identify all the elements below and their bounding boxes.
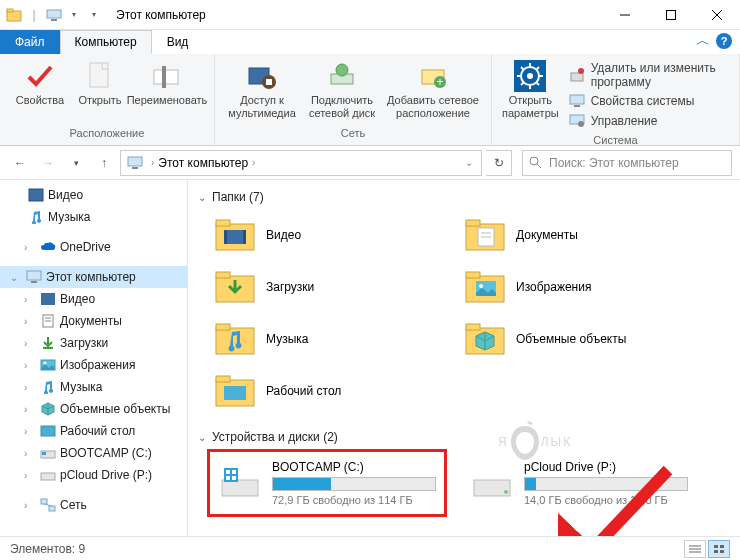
chevron-right-icon[interactable]: › xyxy=(151,157,154,168)
open-button[interactable]: Открыть xyxy=(74,58,126,125)
recent-dropdown-icon[interactable]: ▾ xyxy=(64,151,88,175)
image-icon xyxy=(40,357,56,373)
content-pane: ⌄Папки (7) Видео Документы Загрузки Изоб… xyxy=(188,180,740,540)
svg-rect-10 xyxy=(162,66,166,88)
folder-music[interactable]: Музыка xyxy=(212,316,452,362)
chevron-right-icon[interactable]: › xyxy=(24,470,36,481)
chevron-right-icon[interactable]: › xyxy=(24,360,36,371)
up-button[interactable]: ↑ xyxy=(92,151,116,175)
svg-rect-13 xyxy=(266,79,272,85)
collapse-ribbon-icon[interactable]: ︿ xyxy=(696,32,710,50)
drive-bootcamp[interactable]: BOOTCAMP (C:) 72,9 ГБ свободно из 114 ГБ xyxy=(212,454,442,512)
sidebar-item-network[interactable]: ›Сеть xyxy=(0,494,187,516)
chevron-right-icon[interactable]: › xyxy=(24,382,36,393)
chevron-right-icon[interactable]: › xyxy=(252,157,255,168)
system-properties-button[interactable]: Свойства системы xyxy=(567,92,727,110)
drive-icon xyxy=(218,460,262,504)
tab-file[interactable]: Файл xyxy=(0,30,60,54)
sidebar-item-music[interactable]: Музыка xyxy=(0,206,187,228)
chevron-right-icon[interactable]: › xyxy=(24,500,36,511)
search-input[interactable]: Поиск: Этот компьютер xyxy=(522,150,732,176)
network-location-icon: + xyxy=(417,60,449,92)
add-network-button[interactable]: + Добавить сетевое расположение xyxy=(383,58,483,125)
svg-rect-79 xyxy=(216,376,230,382)
folder-3d[interactable]: Объемные объекты xyxy=(462,316,702,362)
svg-point-88 xyxy=(504,490,508,494)
drive-status: 14,0 ГБ свободно из 15,0 ГБ xyxy=(524,494,688,506)
sidebar-item-pc-downloads[interactable]: ›Загрузки xyxy=(0,332,187,354)
folder-desktop-icon xyxy=(214,370,256,412)
tab-view[interactable]: Вид xyxy=(152,30,204,54)
address-bar[interactable]: › Этот компьютер › ⌄ xyxy=(120,150,482,176)
folder-documents[interactable]: Документы xyxy=(462,212,702,258)
sidebar-item-onedrive[interactable]: ›OneDrive xyxy=(0,236,187,258)
svg-rect-1 xyxy=(7,9,13,12)
sidebar-item-pc-music[interactable]: ›Музыка xyxy=(0,376,187,398)
maximize-button[interactable] xyxy=(648,0,694,30)
breadcrumb[interactable]: Этот компьютер xyxy=(158,156,248,170)
view-details-button[interactable] xyxy=(684,540,706,558)
computer-icon[interactable] xyxy=(46,7,62,23)
svg-rect-64 xyxy=(466,220,480,226)
uninstall-button[interactable]: Удалить или изменить программу xyxy=(567,60,727,90)
window-title: Этот компьютер xyxy=(116,8,206,22)
tab-computer[interactable]: Компьютер xyxy=(60,30,152,54)
folder-images[interactable]: Изображения xyxy=(462,264,702,310)
rename-button[interactable]: Переименовать xyxy=(128,58,206,125)
svg-line-57 xyxy=(44,504,52,506)
back-button[interactable]: ← xyxy=(8,151,32,175)
qat-dropdown-icon[interactable]: ▾ xyxy=(66,7,82,23)
open-settings-button[interactable]: Открыть параметры xyxy=(500,58,561,132)
chevron-right-icon[interactable]: › xyxy=(24,338,36,349)
forward-button[interactable]: → xyxy=(36,151,60,175)
svg-rect-43 xyxy=(31,281,37,283)
sidebar-item-pc-images[interactable]: ›Изображения xyxy=(0,354,187,376)
svg-rect-80 xyxy=(224,386,246,400)
chevron-right-icon[interactable]: › xyxy=(24,294,36,305)
drive-pcloud[interactable]: pCloud Drive (P:) 14,0 ГБ свободно из 15… xyxy=(464,454,694,512)
svg-rect-59 xyxy=(216,220,230,226)
sidebar-item-pc-desktop[interactable]: ›Рабочий стол xyxy=(0,420,187,442)
drive-status: 72,9 ГБ свободно из 114 ГБ xyxy=(272,494,436,506)
chevron-down-icon[interactable]: ⌄ xyxy=(10,272,22,283)
view-icons-button[interactable] xyxy=(708,540,730,558)
chevron-right-icon[interactable]: › xyxy=(24,426,36,437)
search-placeholder: Поиск: Этот компьютер xyxy=(549,156,679,170)
refresh-button[interactable]: ↻ xyxy=(486,150,512,176)
sidebar-item-bootcamp[interactable]: ›BOOTCAMP (C:) xyxy=(0,442,187,464)
close-button[interactable] xyxy=(694,0,740,30)
sidebar-item-this-pc[interactable]: ⌄Этот компьютер xyxy=(0,266,187,288)
chevron-right-icon[interactable]: › xyxy=(24,404,36,415)
manage-icon xyxy=(569,113,585,129)
folder-downloads[interactable]: Загрузки xyxy=(212,264,452,310)
sidebar-item-pc-3d[interactable]: ›Объемные объекты xyxy=(0,398,187,420)
manage-button[interactable]: Управление xyxy=(567,112,727,130)
monitor-icon xyxy=(569,93,585,109)
minimize-button[interactable] xyxy=(602,0,648,30)
folder-video[interactable]: Видео xyxy=(212,212,452,258)
check-icon xyxy=(24,60,56,92)
qat-separator-icon: | xyxy=(26,7,42,23)
sidebar-item-video[interactable]: Видео xyxy=(0,184,187,206)
qat-overflow-icon[interactable]: ▾ xyxy=(86,7,102,23)
address-dropdown-icon[interactable]: ⌄ xyxy=(459,157,479,168)
video-icon xyxy=(28,187,44,203)
sidebar-item-pcloud[interactable]: ›pCloud Drive (P:) xyxy=(0,464,187,486)
sidebar-item-pc-video[interactable]: ›Видео xyxy=(0,288,187,310)
network-icon xyxy=(40,497,56,513)
ribbon-group-location: Свойства Открыть Переименовать Расположе… xyxy=(0,54,215,145)
map-drive-button[interactable]: Подключить сетевой диск xyxy=(303,58,381,125)
svg-rect-60 xyxy=(224,230,246,244)
folder-desktop[interactable]: Рабочий стол xyxy=(212,368,452,414)
group-header-folders[interactable]: ⌄Папки (7) xyxy=(198,186,730,208)
chevron-right-icon[interactable]: › xyxy=(24,448,36,459)
folder-video-icon xyxy=(214,214,256,256)
chevron-right-icon[interactable]: › xyxy=(24,242,36,253)
sidebar-item-pc-documents[interactable]: ›Документы xyxy=(0,310,187,332)
help-icon[interactable]: ? xyxy=(716,33,732,49)
properties-button[interactable]: Свойства xyxy=(8,58,72,125)
group-header-devices[interactable]: ⌄Устройства и диски (2) xyxy=(198,426,730,448)
media-access-button[interactable]: Доступ к мультимедиа xyxy=(223,58,301,125)
chevron-right-icon[interactable]: › xyxy=(24,316,36,327)
svg-rect-87 xyxy=(474,480,510,496)
